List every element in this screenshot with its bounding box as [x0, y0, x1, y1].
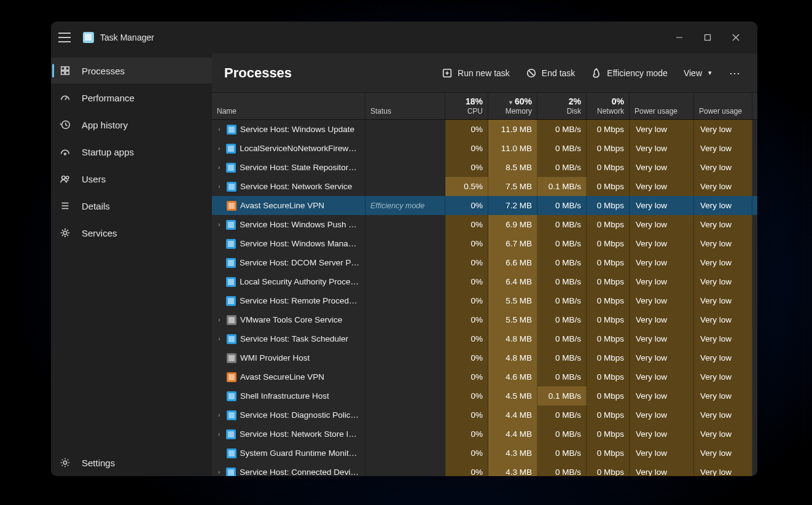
table-row[interactable]: Service Host: DCOM Server Proc… 0% 6.6 M… [212, 253, 757, 272]
cell-disk: 0 MB/s [537, 425, 587, 444]
sidebar-item-processes[interactable]: Processes [51, 58, 212, 84]
table-row[interactable]: › Service Host: State Repository S… 0% 8… [212, 158, 757, 177]
startup-icon [60, 146, 71, 157]
cell-network: 0 Mbps [587, 272, 630, 291]
table-row[interactable]: › Service Host: Network Service 0.5% 7.5… [212, 177, 757, 196]
col-memory[interactable]: ▾60% Memory [488, 93, 537, 119]
cell-power-trend: Very low [694, 367, 752, 386]
table-row[interactable]: › Service Host: Connected Device… 0% 4.3… [212, 463, 757, 476]
cell-power-trend: Very low [694, 234, 752, 253]
expand-icon[interactable]: › [216, 335, 223, 342]
cell-status [365, 405, 445, 425]
process-name: WMI Provider Host [240, 353, 310, 362]
table-row[interactable]: Avast SecureLine VPN 0% 4.6 MB 0 MB/s 0 … [212, 367, 757, 386]
table-row[interactable]: › Service Host: Windows Push No… 0% 6.9 … [212, 215, 757, 234]
run-new-task-button[interactable]: Run new task [439, 65, 512, 81]
cell-cpu: 0% [445, 234, 488, 253]
expand-icon[interactable]: › [216, 221, 222, 228]
table-row[interactable]: Local Security Authority Process… 0% 6.4… [212, 272, 757, 291]
expand-icon[interactable]: › [216, 145, 222, 152]
table-row[interactable]: WMI Provider Host 0% 4.8 MB 0 MB/s 0 Mbp… [212, 348, 757, 367]
table-row[interactable]: › LocalServiceNoNetworkFirewall … 0% 11.… [212, 139, 757, 158]
cell-power: Very low [630, 291, 694, 310]
table-row[interactable]: Shell Infrastructure Host 0% 4.5 MB 0.1 … [212, 386, 757, 405]
minimize-button[interactable] [665, 27, 693, 48]
expand-icon[interactable]: › [216, 431, 222, 437]
cell-power: Very low [630, 310, 694, 329]
efficiency-mode-button[interactable]: Efficiency mode [588, 65, 670, 81]
expand-icon[interactable]: › [216, 164, 222, 171]
cell-status [365, 329, 445, 348]
process-icon [227, 448, 236, 458]
table-body[interactable]: › Service Host: Windows Update 0% 11.9 M… [212, 120, 757, 476]
sort-indicator-icon: ▾ [509, 99, 512, 106]
process-icon [227, 391, 236, 401]
process-name: Service Host: Connected Device… [240, 468, 360, 476]
col-cpu[interactable]: 18%CPU [445, 93, 488, 119]
process-icon [227, 372, 236, 382]
titlebar[interactable]: Task Manager [51, 22, 757, 53]
end-task-button[interactable]: End task [523, 65, 577, 81]
cell-disk: 0 MB/s [537, 196, 587, 215]
table-row[interactable]: Avast SecureLine VPN Efficiency mode 0% … [212, 196, 757, 215]
table-row[interactable]: System Guard Runtime Monitor… 0% 4.3 MB … [212, 444, 757, 463]
sidebar-item-performance[interactable]: Performance [51, 85, 212, 111]
sidebar-item-services[interactable]: Services [51, 220, 212, 246]
view-dropdown[interactable]: View ▾ [681, 66, 714, 80]
table-row[interactable]: › VMware Tools Core Service 0% 5.5 MB 0 … [212, 310, 757, 329]
col-status[interactable]: Status [365, 93, 445, 119]
table-row[interactable]: › Service Host: Windows Update 0% 11.9 M… [212, 120, 757, 139]
process-icon [226, 429, 236, 439]
close-button[interactable] [722, 27, 750, 48]
cell-power: Very low [630, 215, 694, 234]
table-row[interactable]: Service Host: Remote Procedure… 0% 5.5 M… [212, 291, 757, 310]
process-icon [226, 239, 236, 249]
cell-memory: 11.0 MB [488, 139, 537, 158]
sidebar-item-startup[interactable]: Startup apps [51, 139, 212, 165]
col-network[interactable]: 0%Network [587, 93, 630, 119]
details-icon [60, 200, 71, 211]
sidebar-item-label: Details [82, 201, 110, 211]
cell-power-trend: Very low [694, 425, 752, 444]
process-icon [227, 315, 236, 325]
process-name: Service Host: Remote Procedure… [240, 296, 360, 305]
sidebar-item-settings[interactable]: Settings [51, 450, 212, 476]
maximize-button[interactable] [693, 27, 722, 48]
app-title: Task Manager [100, 33, 154, 42]
cell-status [365, 253, 445, 272]
cell-cpu: 0% [445, 291, 488, 310]
hamburger-menu-icon[interactable] [58, 33, 71, 42]
expand-icon[interactable]: › [216, 183, 223, 190]
cell-memory: 6.9 MB [488, 215, 537, 234]
sidebar-item-users[interactable]: Users [51, 166, 212, 192]
settings-icon [60, 457, 71, 468]
table-row[interactable]: Service Host: Windows Manage… 0% 6.7 MB … [212, 234, 757, 253]
expand-icon[interactable]: › [216, 316, 223, 323]
expand-icon[interactable]: › [216, 412, 223, 418]
svg-point-16 [63, 231, 66, 234]
cell-network: 0 Mbps [587, 348, 630, 367]
more-button[interactable]: ⋯ [725, 66, 745, 80]
cell-power: Very low [630, 234, 694, 253]
expand-icon[interactable]: › [216, 126, 223, 133]
cell-cpu: 0% [445, 120, 488, 139]
col-name[interactable]: Name [212, 93, 365, 119]
cell-network: 0 Mbps [587, 196, 630, 215]
history-icon [60, 119, 71, 130]
table-header[interactable]: Name Status 18%CPU ▾60% Memory 2%Disk 0%… [212, 93, 757, 120]
sidebar-item-history[interactable]: App history [51, 112, 212, 138]
cell-disk: 0.1 MB/s [537, 177, 587, 196]
col-power-trend[interactable]: Power usage [694, 93, 752, 119]
table-row[interactable]: › Service Host: Network Store Inte… 0% 4… [212, 425, 757, 444]
cell-status [365, 234, 445, 253]
cell-cpu: 0% [445, 158, 488, 177]
col-disk[interactable]: 2%Disk [537, 93, 587, 119]
table-row[interactable]: › Service Host: Task Scheduler 0% 4.8 MB… [212, 329, 757, 348]
sidebar-item-details[interactable]: Details [51, 193, 212, 219]
svg-point-12 [66, 176, 69, 179]
chevron-down-icon: ▾ [708, 69, 712, 77]
expand-icon[interactable]: › [216, 469, 222, 476]
table-row[interactable]: › Service Host: Diagnostic Policy … 0% 4… [212, 405, 757, 425]
col-power[interactable]: Power usage [630, 93, 694, 119]
processes-icon [60, 65, 71, 76]
